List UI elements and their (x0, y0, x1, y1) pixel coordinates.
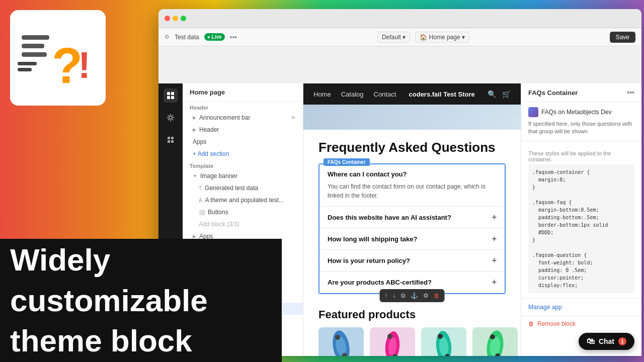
svg-rect-8 (171, 92, 174, 95)
search-icon[interactable]: 🔍 (488, 90, 496, 98)
toolbar-delete[interactable]: 🗑 (433, 291, 441, 300)
nav-catalog[interactable]: Catalog (341, 90, 364, 98)
sidebar-apps-icon[interactable] (164, 133, 178, 147)
sidebar-settings-icon[interactable] (164, 111, 178, 125)
default-button[interactable]: Default ▾ (377, 32, 410, 43)
svg-point-24 (387, 334, 392, 339)
svg-point-29 (438, 334, 443, 339)
faq-question-5: Are your products ABC-certified? + (328, 278, 497, 287)
styles-label: These styles will be applied to the cont… (528, 150, 634, 162)
svg-rect-7 (167, 92, 170, 95)
featured-section: Featured products (318, 308, 506, 356)
svg-rect-10 (171, 96, 174, 99)
faq-container-block[interactable]: FAQs Container Where can I contact you? … (318, 163, 506, 294)
panel-generated-test-data[interactable]: T Generated test data (183, 182, 303, 194)
right-panel-app-row: FAQs on Metaobjects Dev (528, 107, 634, 117)
faq-question-2: Does this website have an AI assistant? … (328, 213, 497, 222)
product-card-4[interactable] (472, 327, 518, 356)
faq-item-2[interactable]: Does this website have an AI assistant? … (319, 207, 505, 228)
product-card-2[interactable] (370, 327, 415, 356)
chat-button[interactable]: 🛍 Chat 1 (579, 333, 634, 350)
svg-point-11 (169, 116, 172, 119)
store-preview: Home Catalog Contact coders.fail Test St… (303, 83, 521, 356)
toolbar-settings[interactable]: ⚙ (422, 291, 430, 300)
live-badge: ● Live (204, 33, 225, 41)
faq-question-1: Where can I contact you? (328, 170, 497, 178)
app-icon (528, 107, 538, 117)
right-panel: FAQs Container ••• FAQs on Metaobjects D… (521, 83, 641, 356)
toolbar-anchor[interactable]: ⚓ (410, 291, 419, 300)
preview-pane: Home Catalog Contact coders.fail Test St… (303, 83, 521, 356)
chevron-right-icon2: ▶ (193, 127, 196, 132)
product-grid (318, 327, 506, 356)
nav-contact[interactable]: Contact (374, 90, 396, 98)
top-bar-dots[interactable]: ••• (230, 33, 237, 41)
svg-rect-12 (168, 137, 170, 139)
svg-text:!: ! (78, 44, 91, 86)
homepage-button[interactable]: 🏠 Home page ▾ (415, 32, 469, 43)
close-dot[interactable] (165, 16, 170, 21)
panel-buttons[interactable]: ⬜ Buttons (183, 206, 303, 218)
logo-area: ? ! (10, 10, 106, 106)
styles-code-block[interactable]: .faqsom-container { margin:0; } .faqsom-… (528, 164, 634, 293)
product-card-3[interactable] (421, 327, 466, 356)
toolbar-duplicate[interactable]: ⧉ (400, 291, 407, 300)
store-hero-banner (303, 105, 521, 130)
headline-line1: Widely (0, 239, 282, 281)
product-image-4 (472, 327, 518, 356)
faq-item-3[interactable]: How long will shipping take? + (319, 228, 505, 250)
panel-header-apps[interactable]: Apps (183, 136, 303, 148)
template-section-label: Template (183, 160, 303, 170)
faq-item-4[interactable]: How is your return policy? + (319, 250, 505, 272)
svg-rect-15 (171, 140, 174, 143)
gear-icon: ⚙ (165, 34, 170, 40)
chevron-down-icon: ▼ (193, 173, 197, 178)
faq-plus-5: + (492, 278, 497, 287)
svg-point-19 (335, 335, 340, 340)
cart-icon[interactable]: 🛒 (502, 90, 511, 98)
faq-container-label: FAQs Container (324, 158, 370, 166)
text-icon2: A (199, 198, 202, 203)
product-image-3 (421, 327, 466, 356)
panel-a-theme[interactable]: A A theme and populated test... (183, 194, 303, 206)
panel-add-block-333[interactable]: Add block (3/3) (183, 218, 303, 230)
svg-rect-5 (18, 62, 37, 65)
shopify-icon: 🛍 (587, 337, 595, 346)
add-section-button[interactable]: + Add section (183, 148, 303, 160)
text-icon: T (199, 186, 202, 191)
manage-app-link[interactable]: Manage app (521, 299, 641, 316)
svg-rect-2 (22, 52, 47, 57)
chevron-right-icon3: ▶ (193, 234, 196, 239)
faq-plus-3: + (492, 234, 497, 243)
remove-block-button[interactable]: 🗑 Remove block (521, 316, 641, 331)
minimize-dot[interactable] (173, 16, 178, 21)
faq-plus-2: + (492, 213, 497, 222)
store-nav-icons: 🔍 🛒 (488, 90, 511, 98)
panel-announcement-bar[interactable]: ▶ Announcement bar 👁 (183, 112, 303, 124)
panel-image-banner[interactable]: ▼ Image banner (183, 170, 303, 182)
toolbar-move-up[interactable]: ↑ (384, 291, 389, 300)
maximize-dot[interactable] (181, 16, 186, 21)
store-content: Frequently Asked Questions FAQs Containe… (303, 130, 521, 356)
svg-rect-6 (18, 68, 32, 71)
headline-line2: customizable (0, 282, 282, 320)
faq-plus-4: + (492, 256, 497, 265)
sidebar-sections-icon[interactable] (164, 88, 178, 103)
toolbar-move-down[interactable]: ↓ (392, 291, 397, 300)
editor-top-bar: ⚙ Test data ● Live ••• Default ▾ 🏠 Home … (158, 28, 641, 46)
store-nav: Home Catalog Contact coders.fail Test St… (303, 83, 521, 105)
text-overlay: Widely customizable theme block (0, 239, 282, 362)
faq-item-1[interactable]: Where can I contact you? You can find th… (319, 164, 505, 207)
nav-home[interactable]: Home (313, 90, 331, 98)
browser-chrome (158, 9, 641, 28)
product-card-1[interactable] (318, 327, 364, 356)
faq-question-3: How long will shipping take? + (328, 234, 497, 243)
right-panel-app-section: FAQs on Metaobjects Dev If specified her… (521, 102, 641, 141)
faq-question-4: How is your return policy? + (328, 256, 497, 265)
panel-header-item[interactable]: ▶ Header (183, 124, 303, 136)
save-button[interactable]: Save (610, 32, 635, 43)
block-toolbar: ↑ ↓ ⧉ ⚓ ⚙ 🗑 (380, 289, 445, 302)
right-panel-dots[interactable]: ••• (627, 88, 634, 97)
browser-dots (165, 16, 186, 21)
svg-rect-14 (168, 140, 170, 143)
